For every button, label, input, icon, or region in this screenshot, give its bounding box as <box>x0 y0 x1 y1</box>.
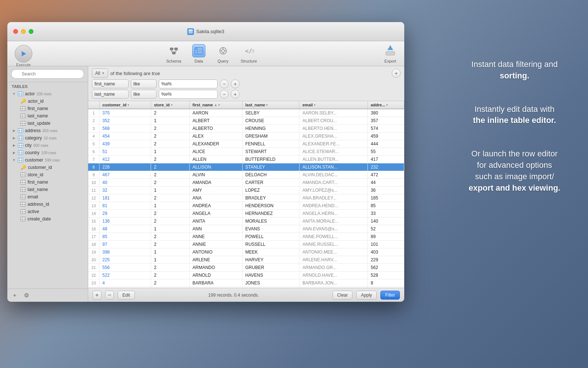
data-tab[interactable]: Data <box>192 44 205 63</box>
filter-dropdown-storeid[interactable]: ▾ <box>171 103 172 107</box>
table-row[interactable]: 19 398 1 ANTONIO MEEK ANTONIO.MEE... 403 <box>88 248 404 256</box>
sidebar-item-actor-id[interactable]: 🔑 actor_id <box>7 98 88 105</box>
cell-first-name: BARBARA <box>189 279 242 287</box>
table-row[interactable]: 8 228 2 ALLISON STANLEY ALLISON.STAN... … <box>88 163 404 171</box>
clear-button[interactable]: Clear <box>333 291 353 300</box>
cell-customer-id: 454 <box>99 132 151 140</box>
query-tab[interactable]: Query <box>216 44 230 63</box>
sidebar-item-active[interactable]: active <box>7 208 88 215</box>
condition-suffix: of the following are true <box>110 71 160 76</box>
table-row[interactable]: 17 85 2 ANNE POWELL ANNE.POWELL... 89 <box>88 233 404 241</box>
address-header[interactable]: addre... ▾ <box>368 101 404 109</box>
last-name-header[interactable]: last_name ▾ <box>242 101 299 109</box>
table-row[interactable]: 23 4 2 BARBARA JONES BARBARA.JON... 8 <box>88 279 404 287</box>
export-button[interactable]: Export <box>384 44 397 63</box>
sidebar-item-actor-lastname[interactable]: last_name <box>7 112 88 120</box>
search-input[interactable] <box>11 69 84 79</box>
table-row[interactable]: 12 181 2 ANA BRADLEY ANA.BRADLEY... 185 <box>88 194 404 202</box>
filter-dropdown-address[interactable]: ▾ <box>386 103 388 107</box>
expand-category[interactable]: ▶ <box>12 136 16 140</box>
expand-country[interactable]: ▶ <box>12 151 16 155</box>
table-row[interactable]: 20 225 1 ARLENE HARVEY ARLENE.HARV... 22… <box>88 256 404 264</box>
cell-email: ALBERTO.HEN... <box>299 125 368 132</box>
add-row-button[interactable]: + <box>93 291 101 300</box>
filter-operator-1[interactable]: like <box>131 79 157 88</box>
sidebar-item-cust-firstname[interactable]: first_name <box>7 178 88 186</box>
table-row[interactable]: 4 454 2 ALEX GRESHAM ALEX.GRESHA... 459 <box>88 132 404 140</box>
filter-dropdown-firstname[interactable]: ▾ <box>218 103 220 107</box>
add-table-button[interactable]: + <box>10 291 19 300</box>
execute-button[interactable] <box>15 45 32 63</box>
remove-row-button[interactable]: − <box>105 291 114 300</box>
table-row[interactable]: 2 352 1 ALBERT CROUSE ALBERT.CROU... 357 <box>88 117 404 125</box>
close-button[interactable] <box>13 29 18 34</box>
settings-button[interactable]: ⚙ <box>22 291 31 300</box>
filter-button[interactable]: Filter <box>380 291 400 300</box>
filter-field-1[interactable]: first_name <box>92 79 129 88</box>
store-id-header[interactable]: store_id ▾ <box>151 101 189 109</box>
cell-first-name: ARLENE <box>189 256 242 264</box>
sidebar-item-actor-firstname[interactable]: first_name <box>7 105 88 112</box>
sidebar-item-customer-id[interactable]: 🔑 customer_id <box>7 164 88 171</box>
sidebar-item-country[interactable]: ▶ country 109 rows <box>7 149 88 156</box>
customer-id-header[interactable]: customer_id ▾ <box>99 101 151 109</box>
sidebar-item-store-id[interactable]: store_id <box>7 171 88 178</box>
expand-customer[interactable]: ▼ <box>12 158 16 162</box>
sidebar-item-cust-lastname[interactable]: last_name <box>7 186 88 193</box>
cell-email: BARBARA.JON... <box>299 279 368 287</box>
filter-field-2[interactable]: last_name <box>92 90 129 99</box>
maximize-button[interactable] <box>29 29 33 34</box>
first-name-header[interactable]: first_name ▲ ▾ <box>189 101 242 109</box>
table-row[interactable]: 16 48 1 ANN EVANS ANN.EVANS@s... 52 <box>88 225 404 233</box>
minimize-button[interactable] <box>21 29 26 34</box>
cell-store-id: 2 <box>151 109 189 117</box>
table-row[interactable]: 1 375 2 AARON SELBY AARON.SELBY... 380 <box>88 109 404 117</box>
add-filter-2-button[interactable]: + <box>231 90 240 99</box>
structure-tab[interactable]: </> Structure <box>241 44 257 63</box>
filter-value-2[interactable] <box>159 90 218 99</box>
table-row[interactable]: 5 439 2 ALEXANDER FENNELL ALEXANDER.FE..… <box>88 140 404 148</box>
edit-button[interactable]: Edit <box>118 291 135 300</box>
sidebar-item-city[interactable]: ▶ city 600 rows <box>7 142 88 149</box>
expand-address[interactable]: ▶ <box>12 128 16 133</box>
plus-condition-icon[interactable]: + <box>392 69 401 78</box>
sidebar-item-address-id[interactable]: address_id <box>7 201 88 208</box>
sidebar-item-email[interactable]: email <box>7 193 88 201</box>
sidebar-item-customer[interactable]: ▼ customer 599 rows <box>7 156 88 164</box>
table-row[interactable]: 14 29 2 ANGELA HERNANDEZ ANGELA.HERN... … <box>88 210 404 217</box>
filter-condition-selector[interactable]: All ▼ <box>92 68 108 78</box>
remove-filter-1-button[interactable]: − <box>220 79 229 88</box>
table-row[interactable]: 3 568 2 ALBERTO HENNING ALBERTO.HEN... 5… <box>88 125 404 132</box>
table-row[interactable]: 21 556 2 ARMANDO GRUBER ARMANDO.GR... 56… <box>88 264 404 272</box>
table-row[interactable]: 18 97 2 ANNIE RUSSELL ANNIE.RUSSEL... 10… <box>88 241 404 248</box>
filter-dropdown-email[interactable]: ▾ <box>314 103 315 107</box>
filter-value-1[interactable] <box>159 79 218 88</box>
add-condition-button[interactable]: + <box>392 69 401 78</box>
table-row[interactable]: 7 412 2 ALLEN BUTTERFIELD ALLEN.BUTTER..… <box>88 156 404 163</box>
table-row[interactable]: 22 522 2 ARNOLD HAVENS ARNOLD.HAVE... 52… <box>88 272 404 279</box>
remove-filter-2-button[interactable]: − <box>220 90 229 99</box>
active-label: active <box>28 209 39 214</box>
table-row[interactable]: 6 51 1 ALICE STEWART ALICE.STEWAR... 55 <box>88 148 404 156</box>
table-row[interactable]: 9 467 2 ALVIN DELOACH ALVIN.DELOAC... 47… <box>88 171 404 179</box>
sidebar-item-category[interactable]: ▶ category 16 rows <box>7 134 88 142</box>
filter-operator-2[interactable]: like <box>131 90 157 99</box>
sidebar-item-address[interactable]: ▶ address 603 rows <box>7 127 88 134</box>
sidebar-item-create-date[interactable]: create_date <box>7 215 88 223</box>
cell-first-name: AMY <box>189 187 242 194</box>
expand-city[interactable]: ▶ <box>12 143 16 148</box>
apply-button[interactable]: Apply <box>356 291 377 300</box>
sidebar-item-actor[interactable]: ▼ actor 200 rows <box>7 90 88 98</box>
table-row[interactable]: 11 32 1 AMY LOPEZ AMY.LOPEZ@s... 36 <box>88 187 404 194</box>
table-row[interactable]: 15 136 2 ANITA MORALES ANITA.MORALE... 1… <box>88 217 404 225</box>
table-row[interactable]: 13 81 1 ANDREA HENDERSON ANDREA.HEND... … <box>88 202 404 210</box>
cell-customer-id: 136 <box>99 217 151 225</box>
filter-dropdown-lastname[interactable]: ▾ <box>266 103 268 107</box>
email-header[interactable]: email ▾ <box>299 101 368 109</box>
sidebar-item-actor-lastupdate[interactable]: last_update <box>7 120 88 127</box>
filter-dropdown-customerid[interactable]: ▾ <box>128 103 129 107</box>
table-row[interactable]: 10 40 2 AMANDA CARTER AMANDA.CART... 44 <box>88 179 404 187</box>
schema-tab[interactable]: Schema <box>166 44 181 63</box>
expand-actor[interactable]: ▼ <box>12 92 16 96</box>
add-filter-1-button[interactable]: + <box>231 79 240 88</box>
